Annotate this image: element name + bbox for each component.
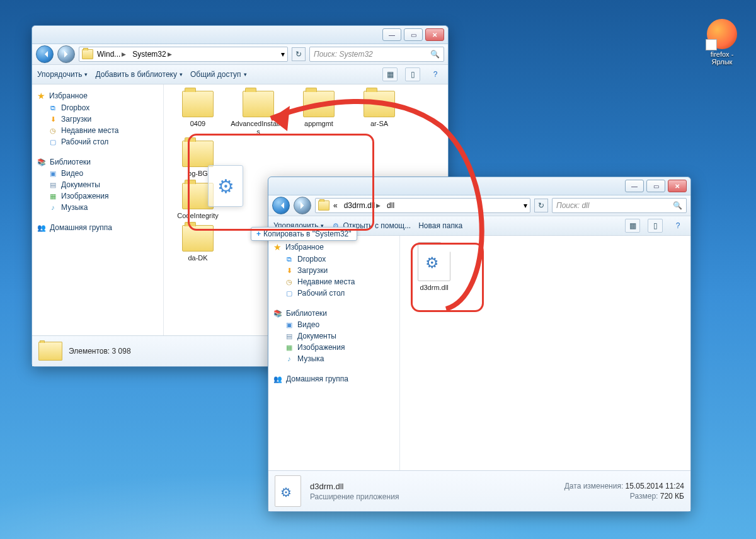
sidebar-item-dropbox[interactable]: ⧉Dropbox (35, 102, 161, 113)
sidebar-item-desktop[interactable]: ▢Рабочий стол (35, 136, 161, 148)
maximize-button[interactable]: ▭ (646, 180, 665, 192)
close-button[interactable]: ✕ (425, 28, 444, 41)
folder-item[interactable]: appmgmt (290, 91, 348, 136)
music-icon: ♪ (49, 203, 57, 212)
library-icon: 📚 (273, 309, 282, 318)
addr-dropdown-icon[interactable]: ▾ (524, 201, 527, 210)
address-bar[interactable]: « d3drm.dll▶ dll ▾ (315, 198, 530, 213)
shortcut-label: firefox - Ярлык (699, 50, 745, 66)
documents-icon: ▤ (285, 332, 294, 340)
folder-item[interactable]: AdvancedInstallers (229, 91, 287, 136)
sidebar-item-downloads[interactable]: ⬇Загрузки (35, 113, 161, 125)
sidebar-group-homegroup[interactable]: 👥Домашняя группа (271, 372, 397, 385)
homegroup-icon: 👥 (37, 223, 46, 232)
help-button[interactable]: ? (428, 67, 443, 81)
nav-back-button[interactable] (36, 45, 54, 63)
nav-forward-button[interactable] (57, 45, 75, 63)
toolbar: Упорядочить ▾ Добавить в библиотеку ▾ Об… (32, 65, 448, 84)
refresh-button[interactable]: ↻ (292, 47, 306, 61)
folder-item[interactable]: 0409 (169, 91, 227, 136)
view-options-button[interactable]: ▦ (625, 219, 640, 233)
search-icon: 🔍 (430, 50, 440, 59)
images-icon: ▦ (285, 343, 294, 352)
preview-pane-button[interactable]: ▯ (648, 219, 663, 233)
details-filetype: Расширение приложения (310, 492, 399, 501)
minimize-button[interactable]: — (625, 180, 644, 192)
minimize-button[interactable]: — (382, 28, 401, 41)
search-icon: 🔍 (673, 201, 682, 210)
library-icon: 📚 (37, 158, 46, 166)
downloads-icon: ⬇ (49, 115, 57, 124)
breadcrumb-overflow[interactable]: « (331, 199, 340, 212)
sidebar-item-recent[interactable]: ◷Недавние места (271, 276, 397, 287)
copy-tooltip: + Копировать в "System32" (251, 227, 357, 241)
addr-dropdown-icon[interactable]: ▾ (281, 50, 285, 59)
breadcrumb[interactable]: System32▶ (130, 47, 174, 61)
nav-forward-button[interactable] (294, 197, 311, 214)
sidebar-item-documents[interactable]: ▤Документы (271, 330, 397, 342)
toolbar-organize[interactable]: Упорядочить ▾ (37, 70, 88, 79)
address-bar[interactable]: Wind...▶ System32▶ ▾ (79, 47, 288, 62)
dropbox-icon: ⧉ (49, 103, 57, 112)
toolbar-share[interactable]: Общий доступ ▾ (190, 70, 247, 79)
sidebar-item-dropbox[interactable]: ⧉Dropbox (271, 253, 397, 265)
video-icon: ▣ (49, 169, 57, 178)
video-icon: ▣ (285, 320, 294, 329)
folder-icon (82, 49, 93, 59)
details-size: 720 КБ (660, 492, 684, 501)
navbar: « d3drm.dll▶ dll ▾ ↻ Поиск: dll 🔍 (268, 195, 690, 216)
nav-back-button[interactable] (272, 197, 290, 214)
titlebar[interactable]: — ▭ ✕ (32, 26, 448, 44)
sidebar-item-music[interactable]: ♪Музыка (271, 353, 397, 364)
sidebar-group-libraries[interactable]: 📚Библиотеки (35, 155, 161, 168)
sidebar-group-favorites[interactable]: ★Избранное (271, 240, 397, 253)
breadcrumb[interactable]: dll (384, 199, 397, 212)
firefox-icon (707, 19, 737, 49)
sidebar-item-desktop[interactable]: ▢Рабочий стол (271, 287, 397, 299)
homegroup-icon: 👥 (273, 374, 282, 383)
images-icon: ▦ (49, 192, 57, 200)
sidebar-group-homegroup[interactable]: 👥Домашняя группа (35, 221, 161, 233)
close-button[interactable]: ✕ (668, 180, 687, 192)
sidebar-group-libraries[interactable]: 📚Библиотеки (271, 306, 397, 319)
breadcrumb[interactable]: d3drm.dll▶ (341, 199, 383, 212)
details-modified: 15.05.2014 11:24 (626, 482, 684, 490)
desktop: firefox - Ярлык — ▭ ✕ Wind...▶ System32▶… (0, 0, 756, 539)
folder-item[interactable]: da-DK (169, 225, 227, 262)
toolbar-add-library[interactable]: Добавить в библиотеку ▾ (95, 70, 183, 79)
star-icon: ★ (273, 242, 282, 252)
preview-pane-button[interactable]: ▯ (405, 67, 420, 81)
folder-item[interactable]: ar-SA (350, 91, 408, 136)
sidebar-item-video[interactable]: ▣Видео (35, 168, 161, 179)
downloads-icon: ⬇ (285, 266, 294, 275)
sidebar-group-favorites[interactable]: ★Избранное (35, 88, 161, 102)
folder-content[interactable]: d3drm.dll (400, 236, 690, 470)
breadcrumb[interactable]: Wind...▶ (94, 47, 129, 61)
dll-file-icon (275, 475, 301, 507)
search-box[interactable]: Поиск: dll 🔍 (552, 198, 687, 213)
folder-icon (38, 342, 62, 361)
sidebar: ★Избранное ⧉Dropbox ⬇Загрузки ◷Недавние … (32, 84, 164, 335)
help-button[interactable]: ? (670, 219, 685, 233)
refresh-button[interactable]: ↻ (534, 199, 548, 212)
view-options-button[interactable]: ▦ (382, 67, 398, 81)
sidebar-item-images[interactable]: ▦Изображения (271, 342, 397, 353)
recent-icon: ◷ (49, 126, 57, 135)
search-box[interactable]: Поиск: System32 🔍 (309, 47, 444, 62)
sidebar-item-video[interactable]: ▣Видео (271, 319, 397, 330)
sidebar-item-documents[interactable]: ▤Документы (35, 179, 161, 190)
sidebar-item-images[interactable]: ▦Изображения (35, 190, 161, 202)
plus-icon: + (256, 229, 261, 238)
details-pane: d3drm.dll Расширение приложения Дата изм… (268, 470, 690, 511)
music-icon: ♪ (285, 354, 294, 363)
folder-icon (318, 200, 329, 211)
toolbar-new-folder[interactable]: Новая папка (418, 221, 462, 230)
desktop-shortcut-firefox[interactable]: firefox - Ярлык (699, 19, 745, 66)
sidebar-item-downloads[interactable]: ⬇Загрузки (271, 265, 397, 276)
sidebar-item-music[interactable]: ♪Музыка (35, 202, 161, 213)
maximize-button[interactable]: ▭ (404, 28, 423, 41)
sidebar-item-recent[interactable]: ◷Недавние места (35, 125, 161, 136)
titlebar[interactable]: — ▭ ✕ (268, 177, 690, 195)
file-item-d3drm[interactable]: d3drm.dll (405, 242, 463, 292)
dll-file-icon (418, 242, 450, 281)
